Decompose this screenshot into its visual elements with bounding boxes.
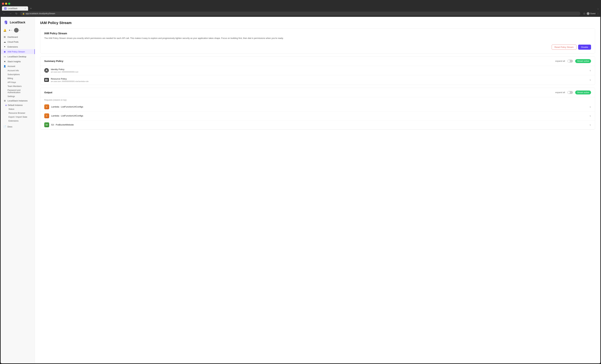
refresh-button[interactable]: ↻: [14, 12, 19, 16]
svg-rect-5: [45, 79, 46, 80]
sidebar-item-status[interactable]: Status: [1, 107, 35, 111]
browser-chrome: LocalStack × + ⌄: [0, 0, 601, 11]
requests-label: Requests (newest on top): [40, 97, 595, 102]
sidebar-item-password-auth[interactable]: Password and Authentication: [1, 88, 35, 94]
lock-icon: 🔒: [22, 13, 25, 15]
sidebar-item-api-keys[interactable]: API Keys: [1, 80, 35, 84]
user-avatar-button[interactable]: ▾: [14, 28, 20, 32]
request-item-1[interactable]: λ Lambda - ListFunctionUrlConfigs ∨: [40, 102, 595, 111]
address-bar[interactable]: 🔒 app.localstack.cloud/policyStream: [20, 12, 581, 16]
sidebar-item-dashboard[interactable]: ⊞ Dashboard: [1, 34, 35, 39]
sidebar-item-default-instance[interactable]: ◈ Default Instance: [1, 103, 35, 107]
request-item-2[interactable]: λ Lambda - ListFunctionUrlConfigs ∨: [40, 111, 595, 121]
disable-button[interactable]: Disable: [578, 45, 591, 50]
reader-view-button[interactable]: ⊡: [583, 12, 585, 15]
svg-rect-1: [6, 8, 6, 8]
output-toggle-knob: [568, 91, 570, 94]
browser-menu-button[interactable]: ⋮: [597, 12, 599, 15]
s3-service-badge: S3: [44, 122, 49, 127]
dashboard-icon: ⊞: [3, 36, 6, 38]
stack-insights-icon: ★: [3, 60, 6, 63]
identity-policy-name: Identity Policy: [51, 68, 78, 71]
tab-close-button[interactable]: ×: [25, 7, 26, 10]
resource-policy-arn: arn:aws:iam::000000000000:role/lambda-ro…: [51, 80, 89, 82]
sidebar-item-label: IAM Policy Stream: [8, 51, 25, 53]
svg-rect-8: [47, 80, 48, 81]
sidebar-item-localstack-desktop[interactable]: ▭ LocalStack Desktop: [1, 54, 35, 59]
sidebar-item-settings[interactable]: Settings: [1, 94, 35, 98]
toggle-knob: [568, 60, 570, 62]
summary-policy-card: Summary Policy expand all Stream active: [40, 56, 595, 85]
request-item-3-name: S3 - PutBucketWebsite: [51, 123, 74, 126]
instances-label: LocalStack Instances: [8, 100, 28, 102]
account-label: Account: [8, 65, 15, 68]
sidebar-item-docs[interactable]: 📄 Docs: [1, 124, 35, 129]
output-card: Output expand all Stream active Requests…: [40, 88, 595, 130]
intro-card-description: The IAM Policy Stream shows you exactly …: [44, 37, 591, 40]
sidebar-item-subscriptions[interactable]: Subscriptions: [1, 72, 35, 76]
summary-policy-header: Summary Policy expand all Stream active: [40, 57, 595, 66]
svg-rect-2: [5, 9, 5, 9]
sidebar-item-label: Cloud Pods: [8, 41, 19, 43]
sidebar-logo-text: LocalStack: [10, 21, 25, 24]
request-item-2-chevron: ∨: [589, 114, 591, 117]
sidebar-item-localstack-instances[interactable]: ⊞ LocalStack Instances: [1, 98, 35, 103]
sidebar-item-export-import[interactable]: Export / Import State: [1, 115, 35, 119]
output-expand-all-toggle[interactable]: [567, 91, 573, 94]
browser-tabbar: LocalStack × + ⌄: [2, 6, 599, 11]
sidebar-item-label: LocalStack Desktop: [8, 55, 26, 58]
resource-policy-icon: [44, 78, 49, 82]
integrations-button[interactable]: ✦ ▾: [9, 29, 12, 32]
identity-policy-item[interactable]: Identity Policy arn:aws:iam::00000000000…: [40, 66, 595, 75]
expand-all-toggle[interactable]: [567, 60, 573, 62]
notifications-button[interactable]: 🔔: [3, 29, 7, 32]
page-title: IAM Policy Stream: [40, 21, 595, 25]
tab-favicon: [4, 7, 7, 10]
tab-dropdown-button[interactable]: ⌄: [597, 7, 599, 10]
sidebar-item-cloud-pods[interactable]: ☁ Cloud Pods: [1, 39, 35, 44]
sidebar-item-extensions-instance[interactable]: Extensions: [1, 119, 35, 123]
guest-avatar: G: [587, 12, 590, 15]
lambda-service-badge-2: λ: [44, 113, 49, 118]
sidebar-item-account[interactable]: 👤 Account: [1, 64, 35, 69]
browser-addressbar: ← → ↻ 🔒 app.localstack.cloud/policyStrea…: [0, 11, 601, 17]
guest-profile-button[interactable]: G Guest: [587, 12, 595, 15]
localstack-logo-icon: [3, 20, 9, 25]
request-item-2-name: Lambda - ListFunctionUrlConfigs: [51, 114, 83, 117]
identity-policy-arn: arn:aws:iam::000000000000:root: [51, 71, 78, 73]
guest-label: Guest: [590, 12, 595, 15]
request-item-3-chevron: ∨: [589, 123, 591, 126]
svg-rect-6: [47, 79, 48, 80]
sidebar-item-account-info[interactable]: Account Info: [1, 69, 35, 72]
sidebar-item-iam-policy-stream[interactable]: ◉ IAM Policy Stream: [1, 49, 35, 54]
output-card-title: Output: [44, 91, 52, 94]
docs-label: Docs: [8, 125, 12, 128]
sidebar-item-resource-browser[interactable]: Resource Browser: [1, 111, 35, 115]
svg-rect-0: [5, 8, 5, 8]
sidebar-navigation: ⊞ Dashboard ☁ Cloud Pods ✦ Extensions ◉ …: [1, 34, 35, 361]
forward-button[interactable]: →: [8, 12, 13, 15]
expand-all-label: expand all: [555, 60, 565, 62]
output-stream-active-badge: Stream active: [575, 91, 591, 94]
request-item-1-chevron: ∨: [589, 106, 591, 108]
traffic-green[interactable]: [8, 3, 10, 5]
request-item-3-left: S3 S3 - PutBucketWebsite: [44, 122, 74, 127]
output-expand-all-label: expand all: [555, 91, 565, 94]
resource-policy-item[interactable]: Resource Policy arn:aws:iam::00000000000…: [40, 75, 595, 85]
sidebar-item-billing[interactable]: Billing: [1, 76, 35, 80]
sidebar-item-stack-insights[interactable]: ★ Stack Insights: [1, 59, 35, 64]
resource-policy-name: Resource Policy: [51, 78, 89, 80]
back-button[interactable]: ←: [2, 12, 7, 15]
request-item-3[interactable]: S3 S3 - PutBucketWebsite ∨: [40, 121, 595, 129]
traffic-yellow[interactable]: [5, 3, 7, 5]
active-tab[interactable]: LocalStack ×: [2, 6, 28, 11]
new-tab-button[interactable]: +: [29, 7, 33, 11]
iam-policy-stream-icon: ◉: [3, 50, 6, 53]
identity-policy-info: Identity Policy arn:aws:iam::00000000000…: [51, 68, 78, 73]
summary-stream-active-badge: Stream active: [575, 59, 591, 63]
sidebar-item-extensions[interactable]: ✦ Extensions: [1, 44, 35, 49]
reset-policy-stream-button[interactable]: Reset Policy Stream: [552, 45, 577, 50]
traffic-red[interactable]: [2, 3, 4, 5]
svg-rect-7: [45, 80, 46, 81]
sidebar-item-team-members[interactable]: Team Members: [1, 84, 35, 88]
